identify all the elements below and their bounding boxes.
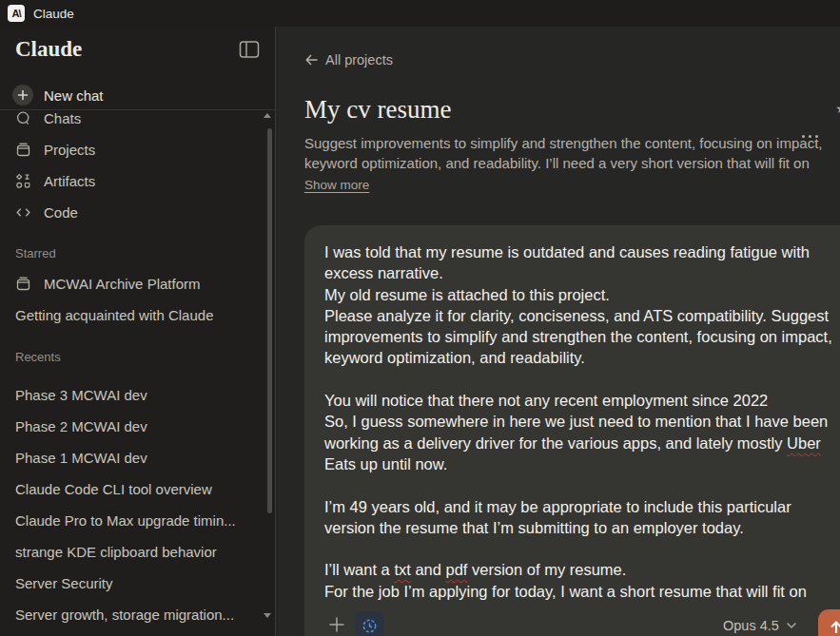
arrow-up-icon xyxy=(828,619,840,636)
extended-thinking-button[interactable] xyxy=(355,611,384,636)
panel-left-icon xyxy=(239,40,260,59)
clock-icon xyxy=(361,618,378,634)
sidebar-item-label: Chats xyxy=(44,110,81,126)
recents-section-label: Recents xyxy=(15,350,61,364)
artifacts-icon xyxy=(15,173,31,189)
sidebar: Claude New chat Chats Projects xyxy=(0,27,276,636)
sidebar-item-label: Artifacts xyxy=(44,173,95,189)
star-icon-partial[interactable]: ★ xyxy=(835,101,840,116)
app-title: Claude xyxy=(33,7,74,21)
recent-item-label: Claude Code CLI tool overview xyxy=(15,481,212,497)
sidebar-recent-item[interactable]: Phase 2 MCWAI dev xyxy=(0,411,268,442)
claude-wordmark[interactable]: Claude xyxy=(15,37,82,62)
composer-message-input[interactable]: I was told that my resume is outdated an… xyxy=(324,241,840,602)
code-icon xyxy=(15,204,31,221)
sidebar-recents-list: Phase 3 MCWAI dev Phase 2 MCWAI dev Phas… xyxy=(0,379,268,630)
collapse-sidebar-button[interactable] xyxy=(239,40,262,60)
recent-item-label: Phase 2 MCWAI dev xyxy=(15,418,147,434)
recent-item-label: Server Security xyxy=(15,575,113,591)
composer-card: I was told that my resume is outdated an… xyxy=(304,225,840,636)
recent-item-label: strange KDE clipboard behavior xyxy=(15,544,217,560)
recent-item-label: Phase 1 MCWAI dev xyxy=(15,450,147,466)
sidebar-starred-project[interactable]: MCWAI Archive Platform xyxy=(0,268,268,299)
sidebar-scrollbar-thumb[interactable] xyxy=(267,128,272,513)
scrollbar-down-icon[interactable] xyxy=(264,613,271,618)
show-more-link[interactable]: Show more xyxy=(304,178,369,192)
sidebar-recent-item[interactable]: Server Security xyxy=(0,568,268,599)
sidebar-starred-chat[interactable]: Getting acquainted with Claude xyxy=(0,299,268,331)
main-content: All projects My cv resume ★ Suggest impr… xyxy=(276,27,840,636)
starred-section-label: Starred xyxy=(15,246,56,260)
send-button[interactable] xyxy=(818,609,840,636)
projects-icon xyxy=(15,142,31,158)
new-chat-label: New chat xyxy=(44,87,104,104)
sidebar-item-projects[interactable]: Projects xyxy=(0,134,268,165)
back-link-label: All projects xyxy=(325,52,393,67)
model-label: Opus 4.5 xyxy=(723,618,779,633)
chats-icon xyxy=(15,110,31,126)
sidebar-recent-item[interactable]: Phase 3 MCWAI dev xyxy=(0,379,268,411)
sidebar-item-label: Code xyxy=(44,204,78,221)
chevron-down-icon xyxy=(786,622,797,629)
sidebar-item-artifacts[interactable]: Artifacts xyxy=(0,165,268,197)
sidebar-nav: Chats Projects Artifacts Code xyxy=(0,103,268,228)
sidebar-recent-item[interactable]: Phase 1 MCWAI dev xyxy=(0,442,268,473)
sidebar-item-chats[interactable]: Chats xyxy=(0,103,268,134)
project-description: Suggest improvements to simplify and str… xyxy=(304,134,840,174)
app-titlebar: A\ Claude xyxy=(0,0,840,27)
sidebar-item-code[interactable]: Code xyxy=(0,197,268,228)
sidebar-recent-item[interactable]: strange KDE clipboard behavior xyxy=(0,536,268,568)
starred-item-label: MCWAI Archive Platform xyxy=(44,276,200,292)
project-title: My cv resume xyxy=(304,95,451,125)
sidebar-recent-item[interactable]: Server growth, storage migration... xyxy=(0,599,268,630)
sidebar-recent-item[interactable]: Claude Code CLI tool overview xyxy=(0,473,268,505)
sidebar-recent-item[interactable]: Claude Pro to Max upgrade timin... xyxy=(0,505,268,536)
plus-icon xyxy=(327,615,346,634)
sidebar-item-label: Projects xyxy=(44,142,95,158)
back-arrow-icon xyxy=(304,53,319,67)
starred-item-label: Getting acquainted with Claude xyxy=(15,307,213,323)
attach-button[interactable] xyxy=(327,615,346,634)
recent-item-label: Server growth, storage migration... xyxy=(15,607,234,623)
project-icon xyxy=(15,276,31,292)
scrollbar-up-icon[interactable] xyxy=(264,113,271,118)
back-to-projects-link[interactable]: All projects xyxy=(304,52,393,67)
claude-app-icon: A\ xyxy=(8,5,25,22)
model-selector[interactable]: Opus 4.5 xyxy=(723,615,797,636)
sidebar-starred-list: MCWAI Archive Platform Getting acquainte… xyxy=(0,268,268,331)
recent-item-label: Claude Pro to Max upgrade timin... xyxy=(15,512,236,529)
recent-item-label: Phase 3 MCWAI dev xyxy=(15,387,147,403)
